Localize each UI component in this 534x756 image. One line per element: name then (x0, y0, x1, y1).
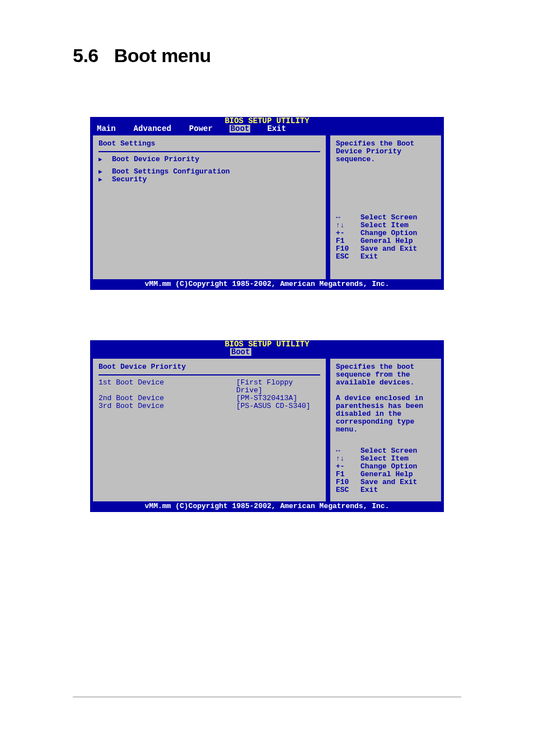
bios-title: BIOS SETUP UTILITY (90, 340, 444, 348)
item-label: Boot Settings Configuration (112, 168, 230, 176)
copyright-bar: vMM.mm (C)Copyright 1985-2002, American … (90, 501, 444, 512)
second-boot-device[interactable]: 2nd Boot Device [PM-ST320413A] (99, 395, 320, 402)
section-number: 5.6 (73, 45, 99, 66)
submenu-arrow-icon: ▶ (99, 156, 112, 163)
help-text: Specifies the Boot Device Priority seque… (336, 140, 435, 163)
legend-key-f1: F1 (336, 471, 360, 478)
item-security[interactable]: ▶ Security (99, 176, 320, 184)
legend-label: Select Screen (360, 447, 417, 455)
row-value: [PS-ASUS CD-S340] (236, 402, 320, 410)
row-label: 3rd Boot Device (99, 402, 236, 410)
legend-key-leftright-icon: ↔ (336, 214, 360, 222)
row-label: 2nd Boot Device (99, 395, 236, 402)
legend-key-esc: ESC (336, 486, 360, 494)
legend-key-f10: F10 (336, 478, 360, 486)
item-label: Security (112, 176, 147, 184)
item-boot-settings-configuration[interactable]: ▶ Boot Settings Configuration (99, 168, 320, 176)
row-label: 1st Boot Device (99, 379, 236, 395)
left-panel: Boot Device Priority 1st Boot Device [Fi… (91, 357, 327, 501)
submenu-arrow-icon: ▶ (99, 168, 112, 176)
footer-rule (73, 697, 461, 697)
legend-key-updown-icon: ↑↓ (336, 455, 360, 463)
section-title: Boot menu (114, 45, 211, 66)
bios-screen-1: BIOS SETUP UTILITY Main Advanced Power B… (90, 117, 444, 290)
bios-screen-2: BIOS SETUP UTILITY Boot Boot Device Prio… (90, 340, 444, 512)
legend-label: Save and Exit (360, 478, 417, 486)
key-legend: ↔Select Screen ↑↓Select Item +-Change Op… (336, 447, 435, 494)
legend-key-plusminus-icon: +- (336, 229, 360, 237)
help-text-2: A device enclosed in parenthesis has bee… (336, 395, 435, 434)
help-text-1: Specifies the boot sequence from the ava… (336, 363, 435, 387)
section-heading: 5.6Boot menu (73, 45, 461, 67)
menu-main[interactable]: Main (96, 125, 117, 133)
legend-label: Exit (360, 253, 378, 261)
row-value: [PM-ST320413A] (236, 395, 320, 402)
legend-key-f10: F10 (336, 245, 360, 253)
section-label: Boot Settings (99, 140, 320, 148)
menu-boot-selected[interactable]: Boot (229, 125, 251, 133)
legend-label: Select Item (360, 455, 409, 463)
help-panel: Specifies the Boot Device Priority seque… (329, 134, 443, 279)
menu-boot-selected[interactable]: Boot (230, 348, 251, 356)
row-value: [First Floppy Drive] (236, 379, 320, 395)
item-label: Boot Device Priority (112, 156, 199, 163)
submenu-arrow-icon: ▶ (99, 176, 112, 184)
section-label: Boot Device Priority (99, 363, 320, 371)
menu-advanced[interactable]: Advanced (133, 125, 172, 133)
divider (99, 151, 320, 152)
bios-title: BIOS SETUP UTILITY (90, 117, 444, 125)
left-panel: Boot Settings ▶ Boot Device Priority ▶ B… (91, 134, 327, 279)
legend-key-leftright-icon: ↔ (336, 447, 360, 455)
legend-label: Select Item (360, 222, 409, 229)
menu-bar: Boot (90, 348, 444, 356)
first-boot-device[interactable]: 1st Boot Device [First Floppy Drive] (99, 379, 320, 395)
item-boot-device-priority[interactable]: ▶ Boot Device Priority (99, 156, 320, 163)
legend-label: Change Option (360, 463, 417, 471)
menu-bar: Main Advanced Power Boot Exit (90, 125, 444, 133)
legend-label: General Help (360, 471, 413, 478)
menu-exit[interactable]: Exit (266, 125, 287, 133)
legend-key-esc: ESC (336, 253, 360, 261)
legend-key-f1: F1 (336, 237, 360, 245)
key-legend: ↔Select Screen ↑↓Select Item +-Change Op… (336, 214, 435, 261)
help-panel: Specifies the boot sequence from the ava… (329, 357, 443, 501)
legend-key-plusminus-icon: +- (336, 463, 360, 471)
third-boot-device[interactable]: 3rd Boot Device [PS-ASUS CD-S340] (99, 402, 320, 410)
legend-label: General Help (360, 237, 413, 245)
legend-label: Change Option (360, 229, 417, 237)
legend-label: Select Screen (360, 214, 417, 222)
legend-label: Exit (360, 486, 378, 494)
legend-key-updown-icon: ↑↓ (336, 222, 360, 229)
legend-label: Save and Exit (360, 245, 417, 253)
menu-power[interactable]: Power (188, 125, 214, 133)
divider (99, 374, 320, 375)
copyright-bar: vMM.mm (C)Copyright 1985-2002, American … (90, 279, 444, 290)
